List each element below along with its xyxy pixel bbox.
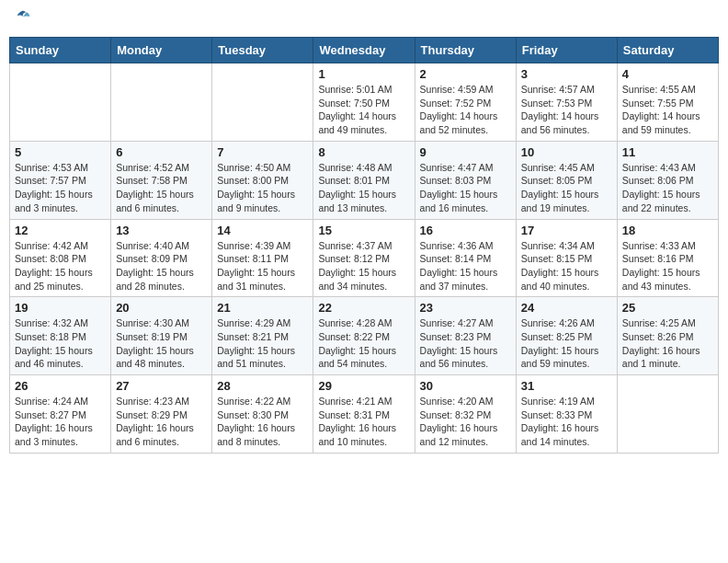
calendar-cell: 18Sunrise: 4:33 AMSunset: 8:16 PMDayligh… [617,219,718,297]
day-sun-info: Sunrise: 4:33 AMSunset: 8:16 PMDaylight:… [622,239,713,293]
day-sun-info: Sunrise: 4:57 AMSunset: 7:53 PMDaylight:… [521,83,612,137]
calendar-week-row: 26Sunrise: 4:24 AMSunset: 8:27 PMDayligh… [10,375,719,454]
calendar-week-row: 19Sunrise: 4:32 AMSunset: 8:18 PMDayligh… [10,297,719,375]
day-number: 9 [420,145,511,159]
day-number: 22 [318,301,409,315]
day-sun-info: Sunrise: 4:30 AMSunset: 8:19 PMDaylight:… [116,316,207,371]
day-sun-info: Sunrise: 4:48 AMSunset: 8:01 PMDaylight:… [318,161,409,215]
day-sun-info: Sunrise: 4:28 AMSunset: 8:22 PMDaylight:… [318,316,409,371]
day-number: 10 [521,145,612,159]
calendar-cell: 9Sunrise: 4:47 AMSunset: 8:03 PMDaylight… [415,141,516,219]
day-number: 2 [420,67,511,81]
day-number: 13 [116,224,207,237]
day-sun-info: Sunrise: 4:27 AMSunset: 8:23 PMDaylight:… [420,316,511,371]
day-number: 5 [15,145,106,159]
day-sun-info: Sunrise: 4:50 AMSunset: 8:00 PMDaylight:… [217,161,308,215]
calendar-cell: 4Sunrise: 4:55 AMSunset: 7:55 PMDaylight… [617,63,718,142]
calendar-week-row: 1Sunrise: 5:01 AMSunset: 7:50 PMDaylight… [10,63,719,142]
day-number: 18 [622,224,713,237]
day-sun-info: Sunrise: 4:34 AMSunset: 8:15 PMDaylight:… [521,239,612,293]
day-sun-info: Sunrise: 4:19 AMSunset: 8:33 PMDaylight:… [521,395,612,449]
calendar-cell: 5Sunrise: 4:53 AMSunset: 7:57 PMDaylight… [10,141,111,219]
day-number: 14 [217,224,308,237]
day-sun-info: Sunrise: 5:01 AMSunset: 7:50 PMDaylight:… [318,83,409,137]
calendar-cell: 17Sunrise: 4:34 AMSunset: 8:15 PMDayligh… [516,219,617,297]
day-of-week-header: Monday [111,38,212,63]
calendar-cell: 10Sunrise: 4:45 AMSunset: 8:05 PMDayligh… [516,141,617,219]
calendar-week-row: 5Sunrise: 4:53 AMSunset: 7:57 PMDaylight… [10,141,719,219]
calendar-cell: 23Sunrise: 4:27 AMSunset: 8:23 PMDayligh… [415,297,516,375]
day-number: 30 [420,379,511,393]
day-of-week-header: Wednesday [313,38,415,63]
day-sun-info: Sunrise: 4:32 AMSunset: 8:18 PMDaylight:… [15,316,106,371]
day-sun-info: Sunrise: 4:26 AMSunset: 8:25 PMDaylight:… [521,316,612,371]
calendar-cell: 1Sunrise: 5:01 AMSunset: 7:50 PMDaylight… [313,63,415,142]
day-sun-info: Sunrise: 4:52 AMSunset: 7:58 PMDaylight:… [116,161,207,215]
calendar-cell: 15Sunrise: 4:37 AMSunset: 8:12 PMDayligh… [313,219,415,297]
calendar-cell [111,63,212,142]
calendar-cell: 11Sunrise: 4:43 AMSunset: 8:06 PMDayligh… [617,141,718,219]
calendar-week-row: 12Sunrise: 4:42 AMSunset: 8:08 PMDayligh… [10,219,719,297]
calendar-cell [617,375,718,454]
calendar-cell: 2Sunrise: 4:59 AMSunset: 7:52 PMDaylight… [415,63,516,142]
calendar-cell: 8Sunrise: 4:48 AMSunset: 8:01 PMDaylight… [313,141,415,219]
day-number: 19 [15,301,106,315]
calendar-cell: 19Sunrise: 4:32 AMSunset: 8:18 PMDayligh… [10,297,111,375]
day-number: 8 [318,145,409,159]
day-number: 25 [622,301,713,315]
day-number: 24 [521,301,612,315]
calendar-cell [10,63,111,142]
calendar-cell: 27Sunrise: 4:23 AMSunset: 8:29 PMDayligh… [111,375,212,454]
calendar-cell: 13Sunrise: 4:40 AMSunset: 8:09 PMDayligh… [111,219,212,297]
day-number: 6 [116,145,207,159]
calendar-cell [212,63,313,142]
day-sun-info: Sunrise: 4:20 AMSunset: 8:32 PMDaylight:… [420,395,511,449]
day-of-week-header: Thursday [415,38,516,63]
day-sun-info: Sunrise: 4:55 AMSunset: 7:55 PMDaylight:… [622,83,713,137]
day-number: 4 [622,67,713,81]
calendar-cell: 20Sunrise: 4:30 AMSunset: 8:19 PMDayligh… [111,297,212,375]
logo-bird-icon [15,9,31,26]
day-sun-info: Sunrise: 4:47 AMSunset: 8:03 PMDaylight:… [420,161,511,215]
calendar-cell: 28Sunrise: 4:22 AMSunset: 8:30 PMDayligh… [212,375,313,454]
day-sun-info: Sunrise: 4:25 AMSunset: 8:26 PMDaylight:… [622,316,713,371]
day-of-week-header: Sunday [10,38,111,63]
calendar-table: SundayMondayTuesdayWednesdayThursdayFrid… [9,37,719,454]
calendar-cell: 16Sunrise: 4:36 AMSunset: 8:14 PMDayligh… [415,219,516,297]
day-sun-info: Sunrise: 4:21 AMSunset: 8:31 PMDaylight:… [318,395,409,449]
calendar-cell: 31Sunrise: 4:19 AMSunset: 8:33 PMDayligh… [516,375,617,454]
day-number: 3 [521,67,612,81]
calendar-cell: 12Sunrise: 4:42 AMSunset: 8:08 PMDayligh… [10,219,111,297]
calendar-cell: 14Sunrise: 4:39 AMSunset: 8:11 PMDayligh… [212,219,313,297]
calendar-cell: 30Sunrise: 4:20 AMSunset: 8:32 PMDayligh… [415,375,516,454]
calendar-cell: 7Sunrise: 4:50 AMSunset: 8:00 PMDaylight… [212,141,313,219]
calendar-cell: 25Sunrise: 4:25 AMSunset: 8:26 PMDayligh… [617,297,718,375]
day-sun-info: Sunrise: 4:59 AMSunset: 7:52 PMDaylight:… [420,83,511,137]
day-number: 15 [318,224,409,237]
day-number: 11 [622,145,713,159]
day-sun-info: Sunrise: 4:22 AMSunset: 8:30 PMDaylight:… [217,395,308,449]
calendar-cell: 26Sunrise: 4:24 AMSunset: 8:27 PMDayligh… [10,375,111,454]
day-number: 28 [217,379,308,393]
day-number: 29 [318,379,409,393]
day-sun-info: Sunrise: 4:29 AMSunset: 8:21 PMDaylight:… [217,316,308,371]
calendar-cell: 24Sunrise: 4:26 AMSunset: 8:25 PMDayligh… [516,297,617,375]
day-number: 1 [318,67,409,81]
day-number: 12 [15,224,106,237]
day-number: 26 [15,379,106,393]
day-of-week-header: Saturday [617,38,718,63]
day-sun-info: Sunrise: 4:36 AMSunset: 8:14 PMDaylight:… [420,239,511,293]
day-sun-info: Sunrise: 4:39 AMSunset: 8:11 PMDaylight:… [217,239,308,293]
day-sun-info: Sunrise: 4:42 AMSunset: 8:08 PMDaylight:… [15,239,106,293]
calendar-cell: 22Sunrise: 4:28 AMSunset: 8:22 PMDayligh… [313,297,415,375]
header [9,9,719,29]
day-number: 17 [521,224,612,237]
day-sun-info: Sunrise: 4:43 AMSunset: 8:06 PMDaylight:… [622,161,713,215]
day-sun-info: Sunrise: 4:53 AMSunset: 7:57 PMDaylight:… [15,161,106,215]
day-number: 7 [217,145,308,159]
day-sun-info: Sunrise: 4:45 AMSunset: 8:05 PMDaylight:… [521,161,612,215]
day-number: 20 [116,301,207,315]
day-sun-info: Sunrise: 4:24 AMSunset: 8:27 PMDaylight:… [15,395,106,449]
day-number: 31 [521,379,612,393]
day-sun-info: Sunrise: 4:23 AMSunset: 8:29 PMDaylight:… [116,395,207,449]
